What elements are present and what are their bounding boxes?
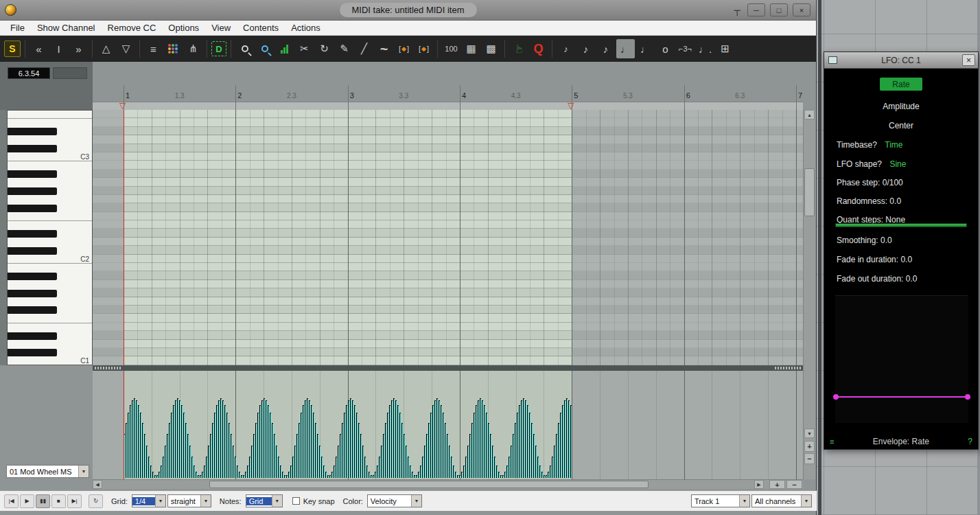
draw-tool-button[interactable]: ✎ [335, 39, 353, 58]
grid-divide-button[interactable]: ▦ [462, 39, 480, 58]
note-rows-button[interactable]: ≡ [144, 39, 163, 58]
stop-button[interactable]: ■ [51, 494, 66, 508]
piano-key-cs3[interactable] [8, 145, 92, 153]
loop-marker-start[interactable]: ▽ [119, 101, 126, 110]
menu-item-actions[interactable]: Actions [285, 21, 327, 34]
note-length-whole-button[interactable]: o [656, 39, 675, 58]
piano-key-fs1[interactable] [8, 306, 92, 314]
note-length-2-button[interactable]: ♩ [636, 39, 655, 58]
menu-item-remove-cc[interactable]: Remove CC [102, 21, 163, 34]
piano-key-cs1[interactable] [8, 349, 92, 357]
curve-tool-button[interactable]: ~ [375, 39, 393, 58]
piano-key-d2[interactable] [8, 238, 92, 247]
scroll-up-button[interactable]: ▲ [804, 110, 815, 119]
reverse-notes-button[interactable]: ↻ [315, 39, 334, 58]
lfo-randomness[interactable]: Randomness: 0.0 [837, 196, 901, 206]
velocity-100-button[interactable]: 100 [442, 39, 460, 58]
dock-button[interactable]: D [211, 41, 226, 56]
grid-size-select[interactable]: 1/4 ▼ [132, 494, 166, 507]
piano-key-as2[interactable] [8, 170, 92, 179]
maximize-button[interactable]: □ [770, 3, 788, 16]
note-grid-sync-button[interactable]: ⊞ [716, 39, 734, 58]
lfo-quant-slider[interactable] [835, 223, 967, 227]
zoom-locked-button[interactable] [255, 39, 274, 58]
vertical-scrollbar[interactable]: ▲ ▼ + − [803, 110, 815, 479]
window-titlebar[interactable]: MIDI take: untitled MIDI item ┬ ─ □ × [0, 0, 816, 21]
menu-item-show-channel[interactable]: Show Channel [31, 21, 102, 34]
grid-swing-select[interactable]: straight ▼ [167, 494, 211, 507]
note-length-8-button[interactable]: ♪ [596, 39, 615, 58]
horizontal-scroll-thumb[interactable] [209, 481, 649, 488]
channel-select[interactable]: All channels ▼ [751, 494, 812, 507]
piano-key-c3[interactable]: C3 [8, 153, 92, 161]
key-snap-checkbox[interactable] [292, 497, 300, 505]
note-colors-button[interactable] [164, 39, 183, 58]
piano-key-f3[interactable] [8, 111, 92, 119]
lfo-amplitude-button[interactable]: Amplitude [824, 102, 978, 111]
filter-solo-button[interactable]: S [4, 41, 21, 57]
lfo-envelope-point-end[interactable] [965, 394, 970, 400]
piano-key-gs1[interactable] [8, 289, 92, 297]
piano-key-d1[interactable] [8, 341, 92, 349]
go-end-button[interactable]: ▶| [67, 494, 82, 508]
piano-key-c2[interactable]: C2 [8, 255, 92, 264]
piano-key-ds1[interactable] [8, 332, 92, 340]
split-notes-button[interactable]: ✂ [295, 39, 314, 58]
piano-key-f2[interactable] [8, 213, 92, 221]
piano-key-e2[interactable] [8, 221, 92, 229]
lfo-timebase-value[interactable]: Time [885, 140, 902, 150]
lfo-fade-out[interactable]: Fade out duration: 0.0 [837, 274, 917, 284]
quantize-button[interactable]: Q [529, 39, 548, 58]
horizontal-scrollbar[interactable]: ◀ ▶ + − [93, 479, 803, 489]
go-start-button[interactable]: |◀ [4, 494, 19, 508]
transpose-down-button[interactable]: ▽ [117, 39, 135, 58]
menu-item-options[interactable]: Options [162, 21, 205, 34]
line-tool-button[interactable]: ╱ [355, 39, 373, 58]
color-mode-select[interactable]: Velocity ▼ [367, 494, 422, 507]
pause-button[interactable]: ▮▮ [36, 494, 50, 508]
lfo-fade-in[interactable]: Fade in duration: 0.0 [837, 255, 912, 264]
note-length-16-button[interactable]: ♪ [576, 39, 595, 58]
note-triplet-button[interactable]: ⌐3¬ [676, 39, 695, 58]
scroll-right-button[interactable]: ▶ [754, 480, 764, 489]
edit-cursor-tool-button[interactable]: I [49, 39, 68, 58]
piano-key-g1[interactable] [8, 298, 92, 306]
hzoom-out-button[interactable]: − [786, 480, 802, 489]
scroll-down-button[interactable]: ▼ [804, 428, 815, 438]
piano-key-a2[interactable] [8, 179, 92, 187]
piano-key-a1[interactable] [8, 281, 92, 289]
loop-marker-strip[interactable] [93, 102, 803, 110]
note-length-4-button[interactable]: ♩ [616, 39, 635, 58]
piano-key-b1[interactable] [8, 264, 92, 272]
piano-key-d3[interactable] [8, 136, 92, 144]
lfo-rate-button[interactable]: Rate [880, 78, 922, 91]
track-select[interactable]: Track 1 ▼ [691, 494, 750, 507]
piano-key-ds3[interactable] [8, 128, 92, 136]
zoom-content-button[interactable] [235, 39, 254, 58]
piano-key-as1[interactable] [8, 272, 92, 280]
next-note-button[interactable]: » [69, 39, 88, 58]
lfo-envelope-graph[interactable] [835, 295, 968, 423]
lane-splitter[interactable] [93, 365, 803, 371]
piano-key-fs2[interactable] [8, 204, 92, 212]
piano-key-g2[interactable] [8, 196, 92, 204]
notes-grid-select[interactable]: Grid ▼ [246, 494, 283, 507]
lfo-help-icon[interactable]: ? [968, 437, 972, 446]
marquee-start-button[interactable]: [◆] [395, 39, 413, 58]
piano-key-b2[interactable] [8, 161, 92, 170]
piano-key-ds2[interactable] [8, 229, 92, 238]
menu-item-contents[interactable]: Contents [237, 21, 285, 34]
loop-marker-end[interactable]: ▽ [568, 101, 574, 110]
grid-swing-button[interactable]: ▩ [482, 39, 500, 58]
hzoom-in-button[interactable]: + [769, 480, 785, 489]
piano-key-c1[interactable]: C1 [8, 357, 92, 365]
piano-keyboard[interactable]: C3C2C1 [7, 110, 93, 365]
cc-lane-select[interactable]: 01 Mod Wheel MS ▼ [6, 465, 89, 478]
vzoom-out-button[interactable]: − [804, 453, 815, 464]
piano-key-gs2[interactable] [8, 187, 92, 196]
hand-scroll-button[interactable]: ☞ [509, 40, 528, 58]
prev-note-button[interactable]: « [30, 39, 48, 58]
close-button[interactable]: × [793, 3, 810, 16]
minimize-button[interactable]: ─ [747, 3, 765, 16]
piano-key-e1[interactable] [8, 323, 92, 332]
